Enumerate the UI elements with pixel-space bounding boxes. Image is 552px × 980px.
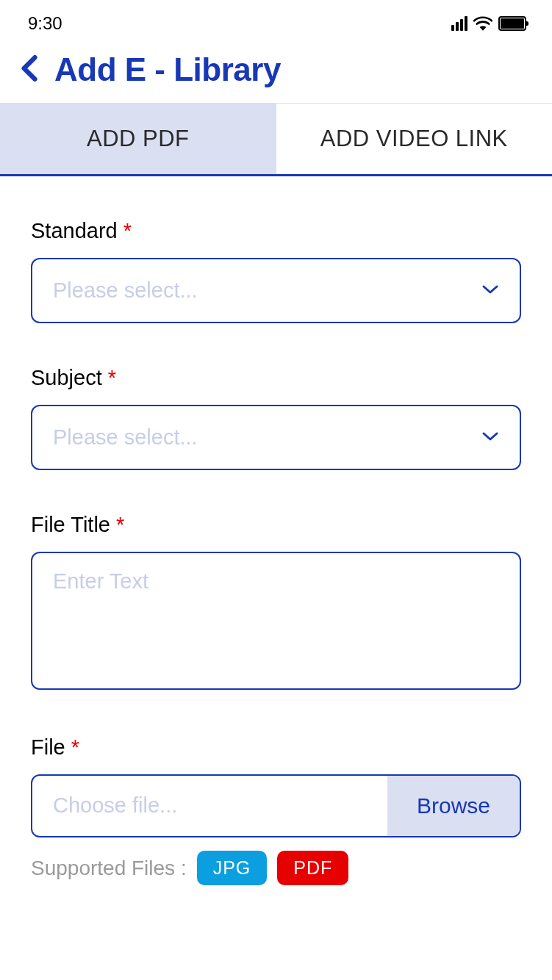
subject-field-group: Subject * Please select... [31,366,521,470]
battery-icon [498,16,526,31]
form-container: Standard * Please select... Subject * Pl… [0,219,552,885]
file-field-group: File * Choose file... Browse Supported F… [31,735,521,885]
wifi-icon [473,16,492,31]
browse-button[interactable]: Browse [387,776,520,836]
status-indicators [451,16,526,31]
badge-jpg: JPG [197,851,268,885]
supported-files-row: Supported Files : JPG PDF [31,851,521,885]
subject-placeholder: Please select... [53,425,198,450]
file-picker: Choose file... Browse [31,774,521,837]
page-title: Add E - Library [54,51,281,88]
required-mark: * [123,219,132,242]
status-bar: 9:30 [0,0,552,41]
page-header: Add E - Library [0,41,552,103]
file-placeholder: Choose file... [32,776,387,836]
tab-add-pdf[interactable]: ADD PDF [0,104,276,174]
chevron-down-icon [481,431,499,444]
standard-label: Standard * [31,219,521,243]
tab-add-video-link[interactable]: ADD VIDEO LINK [276,104,553,174]
file-title-input[interactable] [31,552,521,690]
required-mark: * [116,513,124,536]
tabs: ADD PDF ADD VIDEO LINK [0,103,552,176]
standard-placeholder: Please select... [53,278,198,303]
required-mark: * [71,735,79,759]
standard-select[interactable]: Please select... [31,258,521,323]
badge-pdf: PDF [277,851,348,885]
cellular-signal-icon [451,16,467,31]
back-icon[interactable] [18,54,40,85]
required-mark: * [108,366,116,389]
subject-select[interactable]: Please select... [31,405,521,470]
standard-field-group: Standard * Please select... [31,219,521,323]
supported-files-label: Supported Files : [31,857,187,880]
chevron-down-icon [481,284,499,298]
file-title-field-group: File Title * [31,513,521,693]
file-title-label: File Title * [31,513,521,537]
subject-label: Subject * [31,366,521,390]
file-label: File * [31,735,521,760]
status-time: 9:30 [28,13,62,34]
